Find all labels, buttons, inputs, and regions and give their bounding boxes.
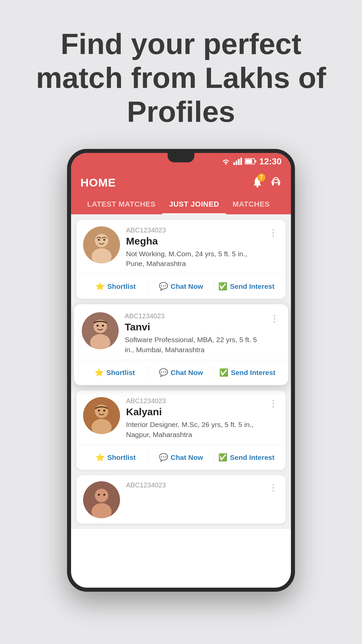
card-actions-tanvi: ⭐ Shortlist 💬 Chat Now ✅ Send Interest xyxy=(82,360,280,385)
avatar-image-tanvi xyxy=(82,312,119,349)
shortlist-star-icon-tanvi: ⭐ xyxy=(95,368,104,377)
svg-point-26 xyxy=(103,410,105,412)
hero-title: Find your perfect match from Lakhs of Pr… xyxy=(20,27,342,129)
svg-point-8 xyxy=(256,185,258,187)
interest-button-tanvi[interactable]: ✅ Send Interest xyxy=(214,365,280,380)
card-actions-kalyani: ⭐ Shortlist 💬 Chat Now ✅ Send Interest xyxy=(83,445,279,470)
tab-matches[interactable]: MATCHES xyxy=(226,196,277,214)
phone-notch xyxy=(168,153,194,162)
profile-card-partial: ABC1234023 ⋮ xyxy=(76,475,286,524)
wifi-icon xyxy=(221,158,231,165)
battery-icon xyxy=(245,158,257,165)
svg-rect-7 xyxy=(255,160,256,162)
tab-latest-matches[interactable]: LATEST MATCHES xyxy=(80,196,162,214)
avatar-tanvi[interactable] xyxy=(82,312,119,349)
profile-id-tanvi: ABC1234023 xyxy=(125,312,263,320)
svg-point-31 xyxy=(103,494,105,496)
profile-id-megha: ABC1234023 xyxy=(126,226,261,234)
svg-point-0 xyxy=(225,163,227,165)
app-title: HOME xyxy=(80,176,116,189)
tab-just-joined[interactable]: JUST JOINED xyxy=(162,196,226,214)
profile-id-kalyani: ABC1234023 xyxy=(126,397,261,405)
profile-desc-megha: Not Working, M.Com, 24 yrs, 5 ft. 5 in.,… xyxy=(126,249,261,269)
svg-point-16 xyxy=(103,239,105,241)
interest-label-kalyani: Send Interest xyxy=(230,453,275,462)
chat-icon-kalyani: 💬 xyxy=(159,453,168,462)
svg-point-13 xyxy=(95,234,108,247)
status-time: 12:30 xyxy=(259,156,282,167)
app-header: HOME 7 xyxy=(71,170,291,214)
svg-point-21 xyxy=(102,325,104,327)
avatar-image-partial xyxy=(83,481,120,518)
shortlist-button-kalyani[interactable]: ⭐ Shortlist xyxy=(83,450,148,465)
chat-button-kalyani[interactable]: 💬 Chat Now xyxy=(148,450,214,465)
chat-button-megha[interactable]: 💬 Chat Now xyxy=(148,279,214,294)
shortlist-button-tanvi[interactable]: ⭐ Shortlist xyxy=(82,365,148,380)
svg-rect-4 xyxy=(240,158,242,165)
profile-name-tanvi: Tanvi xyxy=(125,321,263,333)
shortlist-button-megha[interactable]: ⭐ Shortlist xyxy=(83,279,148,294)
profile-desc-tanvi: Software Professional, MBA, 22 yrs, 5 ft… xyxy=(125,335,263,355)
interest-label-megha: Send Interest xyxy=(230,282,275,290)
phone-wrapper: 12:30 HOME 7 xyxy=(0,149,362,592)
hero-section: Find your perfect match from Lakhs of Pr… xyxy=(0,0,362,142)
interest-icon-tanvi: ✅ xyxy=(219,368,228,377)
notification-button[interactable]: 7 xyxy=(252,176,263,189)
interest-label-tanvi: Send Interest xyxy=(231,369,276,377)
signal-icon xyxy=(233,158,242,165)
chat-label-kalyani: Chat Now xyxy=(171,453,203,462)
shortlist-label-kalyani: Shortlist xyxy=(107,453,136,462)
svg-point-28 xyxy=(95,489,108,502)
chat-icon-tanvi: 💬 xyxy=(159,368,168,377)
interest-icon-megha: ✅ xyxy=(218,282,227,291)
profile-card-megha: ABC1234023 Megha Not Working, M.Com, 24 … xyxy=(76,220,286,299)
shortlist-star-icon-kalyani: ⭐ xyxy=(96,453,105,462)
support-button[interactable] xyxy=(270,176,282,189)
status-icons: 12:30 xyxy=(221,156,282,167)
chat-icon-megha: 💬 xyxy=(159,282,168,291)
more-options-partial[interactable]: ⋮ xyxy=(267,481,279,494)
svg-rect-3 xyxy=(238,159,240,165)
avatar-image-megha xyxy=(83,226,120,263)
profile-card-kalyani: ABC1234023 Kalyani Interior Designer, M.… xyxy=(76,390,286,470)
profile-id-partial: ABC1234023 xyxy=(126,481,261,489)
avatar-megha[interactable] xyxy=(83,226,120,263)
profile-info-kalyani: ABC1234023 Kalyani Interior Designer, M.… xyxy=(83,397,279,439)
profile-details-megha: ABC1234023 Megha Not Working, M.Com, 24 … xyxy=(126,226,261,269)
profile-details-tanvi: ABC1234023 Tanvi Software Professional, … xyxy=(125,312,263,355)
chat-label-megha: Chat Now xyxy=(171,282,203,290)
profile-name-kalyani: Kalyani xyxy=(126,406,261,418)
svg-rect-1 xyxy=(233,162,235,165)
profile-info-tanvi: ABC1234023 Tanvi Software Professional, … xyxy=(82,312,280,355)
profile-info-megha: ABC1234023 Megha Not Working, M.Com, 24 … xyxy=(83,226,279,269)
avatar-image-kalyani xyxy=(83,397,120,434)
shortlist-label-tanvi: Shortlist xyxy=(106,369,135,377)
card-actions-megha: ⭐ Shortlist 💬 Chat Now ✅ Send Interest xyxy=(83,274,279,299)
profile-card-tanvi: ABC1234023 Tanvi Software Professional, … xyxy=(74,304,288,385)
more-options-tanvi[interactable]: ⋮ xyxy=(269,312,280,325)
profile-name-megha: Megha xyxy=(126,235,261,247)
headset-icon xyxy=(270,176,282,187)
chat-label-tanvi: Chat Now xyxy=(171,369,203,377)
notification-badge: 7 xyxy=(257,173,265,181)
app-header-top: HOME 7 xyxy=(80,176,282,189)
avatar-partial[interactable] xyxy=(83,481,120,518)
interest-button-kalyani[interactable]: ✅ Send Interest xyxy=(214,450,279,465)
more-options-megha[interactable]: ⋮ xyxy=(267,226,279,239)
shortlist-label-megha: Shortlist xyxy=(107,282,136,290)
interest-button-megha[interactable]: ✅ Send Interest xyxy=(214,279,279,294)
svg-point-20 xyxy=(97,325,99,327)
nav-tabs: LATEST MATCHES JUST JOINED MATCHES xyxy=(80,196,282,214)
svg-point-15 xyxy=(98,239,100,241)
phone-frame: 12:30 HOME 7 xyxy=(67,149,295,592)
profile-desc-kalyani: Interior Designer, M.Sc, 26 yrs, 5 ft. 5… xyxy=(126,420,261,439)
shortlist-star-icon-megha: ⭐ xyxy=(96,282,105,291)
avatar-kalyani[interactable] xyxy=(83,397,120,434)
profile-details-partial: ABC1234023 xyxy=(126,481,261,491)
interest-icon-kalyani: ✅ xyxy=(218,453,227,462)
profile-details-kalyani: ABC1234023 Kalyani Interior Designer, M.… xyxy=(126,397,261,439)
svg-rect-2 xyxy=(236,161,237,165)
chat-button-tanvi[interactable]: 💬 Chat Now xyxy=(148,365,214,380)
more-options-kalyani[interactable]: ⋮ xyxy=(267,397,279,410)
svg-point-30 xyxy=(98,494,100,496)
